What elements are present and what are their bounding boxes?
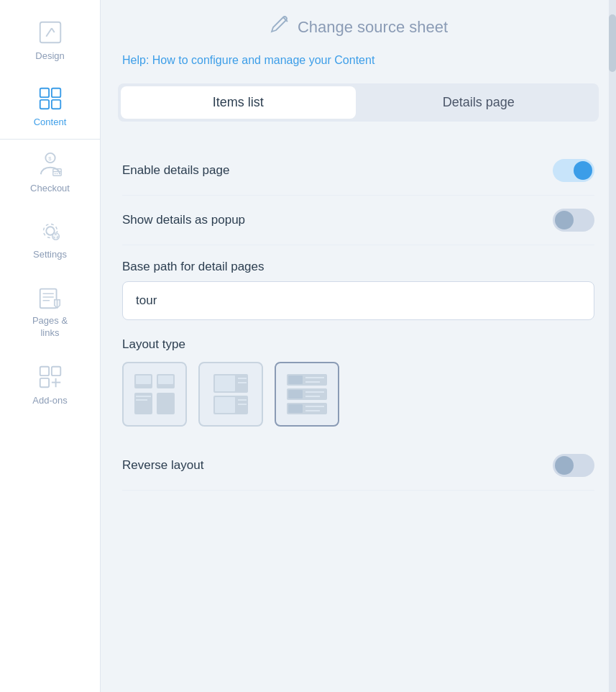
svg-rect-22 bbox=[40, 367, 48, 375]
layout-type-section: Layout type bbox=[122, 337, 594, 427]
content-icon bbox=[37, 85, 64, 112]
sidebar-label-content: Content bbox=[34, 117, 67, 127]
layout-option-card[interactable] bbox=[198, 362, 263, 427]
scrollbar-thumb bbox=[609, 14, 616, 72]
main-content: Change source sheet Help: How to configu… bbox=[101, 0, 616, 692]
sidebar-item-design[interactable]: Design bbox=[0, 7, 100, 73]
show-popup-toggle[interactable] bbox=[553, 209, 594, 232]
svg-point-11 bbox=[54, 173, 55, 174]
sidebar-item-pages-links[interactable]: Pages &links bbox=[0, 272, 100, 352]
svg-point-12 bbox=[56, 173, 58, 174]
enable-details-track bbox=[553, 159, 594, 182]
sidebar-label-pages-links: Pages &links bbox=[32, 315, 68, 340]
layout-card-icon bbox=[208, 371, 254, 417]
svg-rect-32 bbox=[136, 375, 151, 384]
tab-items-list[interactable]: Items list bbox=[121, 86, 356, 119]
show-popup-thumb bbox=[555, 211, 574, 229]
tabs-container: Items list Details page bbox=[118, 83, 599, 122]
svg-rect-41 bbox=[215, 397, 235, 413]
layout-type-label: Layout type bbox=[122, 337, 594, 352]
svg-rect-37 bbox=[215, 375, 235, 391]
enable-details-thumb bbox=[574, 161, 592, 180]
show-popup-track bbox=[553, 209, 594, 232]
layout-option-list[interactable] bbox=[275, 362, 339, 427]
pages-links-icon bbox=[37, 283, 64, 311]
layout-grid-icon bbox=[132, 371, 178, 417]
edit-icon bbox=[269, 16, 289, 39]
sidebar-label-add-ons: Add-ons bbox=[32, 395, 67, 406]
svg-rect-0 bbox=[40, 22, 60, 43]
svg-rect-6 bbox=[51, 100, 60, 109]
reverse-layout-row: Reverse layout bbox=[122, 441, 594, 491]
settings-icon bbox=[37, 217, 64, 245]
add-ons-icon bbox=[37, 363, 64, 391]
base-path-input[interactable] bbox=[122, 281, 594, 320]
tab-details-page[interactable]: Details page bbox=[359, 83, 599, 122]
layout-option-grid[interactable] bbox=[122, 362, 187, 427]
sidebar-item-content[interactable]: Content bbox=[0, 73, 100, 140]
page-title: Change source sheet bbox=[298, 18, 448, 37]
base-path-label: Base path for detail pages bbox=[122, 260, 594, 274]
reverse-layout-toggle[interactable] bbox=[553, 454, 594, 477]
svg-rect-53 bbox=[288, 404, 303, 413]
svg-rect-24 bbox=[40, 378, 48, 387]
reverse-layout-track bbox=[553, 454, 594, 477]
sidebar-label-settings: Settings bbox=[33, 249, 67, 260]
reverse-layout-thumb bbox=[555, 456, 574, 475]
enable-details-label: Enable details page bbox=[122, 163, 229, 178]
svg-line-1 bbox=[46, 28, 52, 36]
design-icon bbox=[37, 19, 64, 46]
svg-rect-3 bbox=[40, 88, 48, 97]
checkout-icon: $ bbox=[37, 151, 64, 178]
layout-options bbox=[122, 362, 594, 427]
scrollbar[interactable] bbox=[609, 0, 616, 692]
layout-list-icon bbox=[284, 371, 330, 417]
panel-content: Enable details page Show details as popu… bbox=[101, 139, 616, 498]
svg-rect-49 bbox=[288, 390, 303, 399]
enable-details-page-row: Enable details page bbox=[122, 146, 594, 196]
page-header: Change source sheet bbox=[101, 0, 616, 52]
sidebar-item-add-ons[interactable]: Add-ons bbox=[0, 352, 100, 418]
show-popup-label: Show details as popup bbox=[122, 213, 245, 227]
svg-rect-31 bbox=[157, 393, 175, 414]
sidebar-item-checkout[interactable]: $ Checkout bbox=[0, 140, 100, 206]
enable-details-toggle[interactable] bbox=[553, 159, 594, 182]
svg-rect-5 bbox=[40, 100, 48, 109]
sidebar-label-design: Design bbox=[35, 50, 64, 61]
svg-rect-4 bbox=[51, 88, 60, 97]
svg-line-2 bbox=[51, 28, 54, 32]
help-link[interactable]: Help: How to configure and manage your C… bbox=[101, 52, 616, 83]
sidebar-item-settings[interactable]: Settings bbox=[0, 206, 100, 272]
sidebar-label-checkout: Checkout bbox=[30, 183, 70, 194]
svg-text:$: $ bbox=[48, 155, 52, 162]
svg-rect-33 bbox=[158, 375, 173, 384]
svg-rect-23 bbox=[51, 367, 60, 375]
show-popup-row: Show details as popup bbox=[122, 196, 594, 245]
sidebar: Design Content $ Checkout Setting bbox=[0, 0, 101, 692]
reverse-layout-label: Reverse layout bbox=[122, 458, 203, 473]
svg-rect-45 bbox=[288, 375, 303, 384]
